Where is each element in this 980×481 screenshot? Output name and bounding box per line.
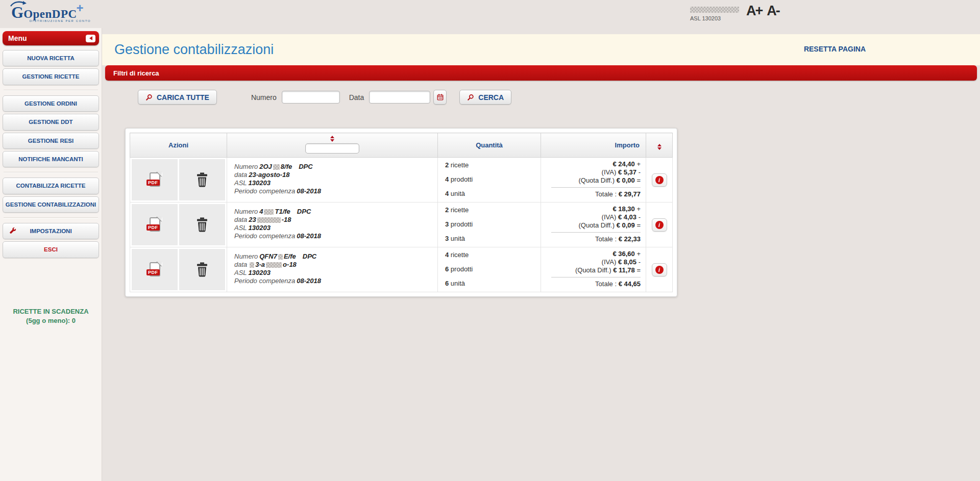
- sort-arrows-icon[interactable]: [330, 136, 334, 142]
- sidebar-item-nuova-ricetta[interactable]: NUOVA RICETTA: [3, 50, 99, 66]
- title-strip: Gestione contabilizzazioni RESETTA PAGIN…: [102, 34, 980, 65]
- importo-cell: € 24,40 + (IVA) € 5,37 - (Quota Diff.) €…: [541, 158, 646, 202]
- ricette-in-scadenza-note: RICETTE IN SCADENZA (5gg o meno): 0: [3, 307, 99, 325]
- filter-bar-title: Filtri di ricerca: [113, 69, 159, 77]
- info-cell: i: [646, 202, 673, 247]
- pdf-icon: PDF: [148, 217, 161, 233]
- qty-prodotti: 6 prodotti: [445, 265, 541, 273]
- filtri-di-ricerca-bar: Filtri di ricerca: [105, 65, 977, 81]
- azioni-cell: PDF: [130, 202, 227, 247]
- importo-totale: Totale : € 29,77: [541, 190, 641, 198]
- dettagli-cell: Numero2OJ8/feDPC data23-agosto-18 ASL130…: [227, 158, 438, 202]
- sidebar-item-contabilizza-ricette[interactable]: CONTABILIZZA RICETTE: [3, 178, 99, 194]
- calendar-button[interactable]: [433, 90, 447, 105]
- carica-tutte-button[interactable]: CARICA TUTTE: [138, 90, 217, 105]
- qty-ricette: 4 ricette: [445, 251, 541, 259]
- scadenza-line1: RICETTE IN SCADENZA: [3, 307, 99, 316]
- sort-arrows-icon[interactable]: [657, 144, 662, 150]
- font-decrease-button[interactable]: A-: [767, 2, 779, 20]
- info-icon: i: [655, 266, 664, 274]
- column-header-quantita: Quantità: [438, 133, 541, 158]
- redacted-text: [273, 164, 280, 170]
- wrench-icon: [10, 227, 16, 236]
- results-panel: Azioni Quantità Importo: [125, 128, 677, 297]
- sidebar-item-gestione-resi[interactable]: GESTIONE RESI: [3, 133, 99, 149]
- menu-divider: [4, 172, 98, 172]
- column-header-sort: [646, 133, 673, 158]
- magnifier-icon: [145, 94, 153, 101]
- info-icon: i: [655, 176, 664, 184]
- user-block: ASL 130203: [690, 7, 739, 21]
- delete-button[interactable]: [179, 249, 225, 290]
- ricetta-data: data23-agosto-18: [234, 171, 433, 179]
- delete-button[interactable]: [179, 159, 225, 200]
- sidebar-item-gestione-ordini[interactable]: GESTIONE ORDINI: [3, 95, 99, 112]
- contabilizzazioni-table: Azioni Quantità Importo: [130, 133, 673, 292]
- sidebar-item-impostazioni[interactable]: IMPOSTAZIONI: [3, 223, 99, 239]
- trash-icon: [196, 217, 208, 232]
- filters-row: CARICA TUTTE Numero Data CERCA: [102, 90, 980, 105]
- sidebar-item-gestione-contabilizzazioni[interactable]: GESTIONE CONTABILIZZAZIONI: [3, 196, 99, 213]
- delete-button[interactable]: [179, 204, 225, 245]
- pdf-icon: PDF: [148, 172, 161, 188]
- quantita-cell: 4 ricette 6 prodotti 6 unità: [438, 247, 541, 292]
- table-row: PDF Numero2OJ8/feDPC data23-agosto-18 AS…: [130, 158, 673, 202]
- info-cell: i: [646, 158, 673, 202]
- trash-icon: [196, 172, 208, 187]
- menu-collapse-button[interactable]: [86, 35, 95, 42]
- importo-totale: Totale : € 44,65: [541, 280, 641, 288]
- table-header-row: Azioni Quantità Importo: [130, 133, 673, 158]
- qty-unita: 4 unità: [445, 190, 541, 197]
- calendar-icon: [437, 94, 444, 100]
- info-button[interactable]: i: [652, 173, 667, 187]
- dettagli-cell: NumeroQFN7E/feDPC data3-ao-18 ASL130203 …: [227, 247, 438, 292]
- importo-base: € 36,60 +: [541, 250, 641, 258]
- qty-ricette: 2 ricette: [445, 206, 541, 214]
- data-label: Data: [349, 93, 364, 102]
- qty-ricette: 2 ricette: [445, 161, 541, 169]
- ricetta-numero: Numero2OJ8/feDPC: [234, 163, 433, 171]
- sidebar-item-notifiche-mancanti[interactable]: NOTIFICHE MANCANTI: [3, 151, 99, 167]
- ricetta-asl: ASL130203: [234, 179, 433, 187]
- info-icon: i: [655, 221, 664, 229]
- ricetta-asl: ASL130203: [234, 224, 433, 232]
- info-cell: i: [646, 247, 673, 292]
- data-input[interactable]: [369, 91, 430, 104]
- importo-quota: (Quota Diff.) € 0,00 =: [541, 176, 641, 185]
- app-logo[interactable]: G OpenDPC + DISTRIBUZIONE PER CONTO: [11, 4, 91, 22]
- column-header-dettagli: [227, 133, 438, 158]
- numero-input[interactable]: [282, 91, 340, 104]
- pdf-button[interactable]: PDF: [132, 204, 178, 245]
- ricetta-data: data3-ao-18: [234, 261, 433, 269]
- pdf-button[interactable]: PDF: [132, 159, 178, 200]
- sidebar-item-gestione-ddt[interactable]: GESTIONE DDT: [3, 114, 99, 130]
- info-button[interactable]: i: [652, 218, 667, 232]
- user-asl-code: ASL 130203: [690, 15, 739, 21]
- scadenza-line2: (5gg o meno): 0: [3, 316, 99, 325]
- menu-title: Menu: [8, 34, 27, 42]
- info-button[interactable]: i: [652, 263, 667, 276]
- left-arrow-icon: [89, 36, 92, 40]
- table-row: PDF Numero4T1/feDPC data23-18 ASL130203 …: [130, 202, 673, 247]
- importo-divider: [551, 187, 641, 188]
- button-label: CERCA: [478, 93, 504, 102]
- sidebar-item-esci[interactable]: ESCI: [3, 241, 99, 258]
- qty-prodotti: 4 prodotti: [445, 175, 541, 183]
- resetta-pagina-button[interactable]: RESETTA PAGINA: [804, 45, 866, 53]
- page-title: Gestione contabilizzazioni: [114, 42, 274, 58]
- importo-divider: [551, 232, 641, 233]
- font-increase-button[interactable]: A+: [746, 2, 762, 20]
- importo-base: € 18,30 +: [541, 205, 641, 213]
- sidebar-item-gestione-ricette[interactable]: GESTIONE RICETTE: [3, 68, 99, 85]
- qty-prodotti: 3 prodotti: [445, 220, 541, 228]
- ricetta-periodo: Periodo competenza08-2018: [234, 277, 433, 285]
- pdf-button[interactable]: PDF: [132, 249, 178, 290]
- column-filter-input[interactable]: [305, 143, 359, 154]
- ricetta-numero: NumeroQFN7E/feDPC: [234, 252, 433, 261]
- importo-iva: (IVA) € 5,37 -: [541, 168, 641, 176]
- cerca-button[interactable]: CERCA: [459, 90, 511, 105]
- importo-base: € 24,40 +: [541, 160, 641, 168]
- logo-swoosh-arrow-icon: [10, 1, 27, 7]
- importo-cell: € 18,30 + (IVA) € 4,03 - (Quota Diff.) €…: [541, 202, 646, 247]
- font-size-controls: A+ A-: [746, 2, 779, 20]
